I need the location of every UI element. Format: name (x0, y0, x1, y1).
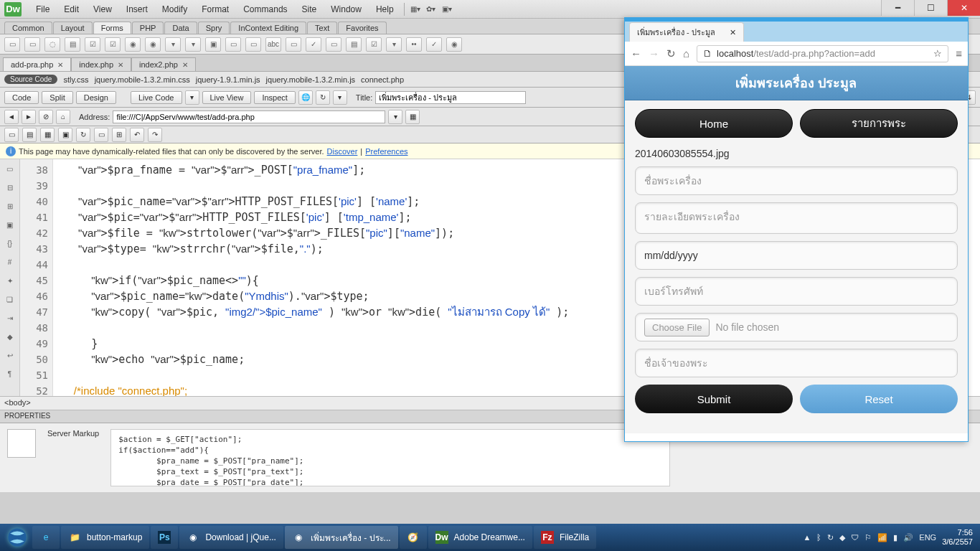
nvidia-icon[interactable]: ◆ (839, 533, 845, 542)
choose-file-button[interactable]: Choose File (644, 319, 710, 336)
hidden-chars-icon[interactable]: ¶ (4, 367, 17, 380)
checkboxgroup-icon[interactable]: ☑ (105, 37, 121, 52)
refresh-icon[interactable]: ↻ (76, 128, 90, 142)
open-docs-icon[interactable]: ▭ (4, 162, 17, 175)
settings-dropdown-icon[interactable]: ✿▾ (425, 3, 438, 16)
options-icon[interactable]: ▾ (333, 90, 347, 105)
menu-view[interactable]: View (86, 4, 119, 14)
title-input[interactable] (375, 91, 526, 104)
button-icon[interactable]: ▭ (245, 37, 261, 52)
related-file[interactable]: stly.css (63, 75, 88, 84)
hidden-icon[interactable]: ◌ (44, 37, 60, 52)
spry-select-icon[interactable]: ▾ (386, 37, 402, 52)
spry-checkbox-icon[interactable]: ☑ (366, 37, 382, 52)
server-markup-code[interactable]: $action = $_GET["action"]; if($action=="… (110, 429, 670, 486)
menu-edit[interactable]: Edit (57, 4, 86, 14)
tab-spry[interactable]: Spry (198, 22, 230, 34)
start-button[interactable] (3, 526, 32, 549)
tab-forms[interactable]: Forms (93, 22, 131, 34)
tab-text[interactable]: Text (307, 22, 337, 34)
close-tab-icon[interactable]: ✕ (118, 61, 123, 69)
select-icon[interactable]: ▾ (165, 37, 181, 52)
pra-detail-textarea[interactable]: รายละเอียดพระเครื่อง (635, 202, 958, 234)
shield-icon[interactable]: 🛡 (851, 533, 859, 542)
tab-data[interactable]: Data (164, 22, 197, 34)
refresh-icon[interactable]: ↻ (316, 90, 330, 105)
menu-file[interactable]: File (29, 4, 57, 14)
battery-icon[interactable]: ▮ (893, 533, 897, 542)
line-numbers-icon[interactable]: # (4, 255, 17, 268)
auto-indent-icon[interactable]: ⇥ (4, 311, 17, 324)
close-tab-icon[interactable]: ✕ (57, 61, 63, 69)
fieldset-icon[interactable]: ▭ (286, 37, 301, 52)
textfield-icon[interactable]: ▭ (24, 37, 40, 52)
menu-insert[interactable]: Insert (119, 4, 155, 14)
task-dreamweaver[interactable]: DwAdobe Dreamwe... (428, 526, 532, 549)
menu-site[interactable]: Site (295, 4, 324, 14)
live-data-icon[interactable]: ▦ (40, 128, 55, 142)
close-tab-icon[interactable]: ✕ (182, 61, 188, 69)
tab-common[interactable]: Common (4, 22, 52, 34)
form-icon[interactable]: ▭ (4, 37, 20, 52)
stop-icon[interactable]: ⊘ (39, 110, 53, 124)
task-photoshop[interactable]: Ps (151, 526, 178, 549)
extensions-dropdown-icon[interactable]: ▣▾ (440, 3, 453, 16)
code-view-button[interactable]: Code (4, 91, 39, 104)
sync-icon[interactable]: ↻ (827, 533, 834, 542)
task-chrome-active[interactable]: ◉เพิ่มพระเครื่อง - ประ... (285, 526, 398, 549)
tab-incontext[interactable]: InContext Editing (230, 22, 306, 34)
menu-window[interactable]: Window (324, 4, 369, 14)
list-button[interactable]: รายการพระ (800, 109, 958, 138)
highlight-icon[interactable]: ✦ (4, 274, 17, 287)
network-icon[interactable]: 📶 (877, 533, 887, 542)
discover-link[interactable]: Discover (327, 147, 358, 156)
livecode-options-icon[interactable]: ▾ (185, 90, 199, 105)
spry-password-icon[interactable]: •• (406, 37, 422, 52)
reset-button[interactable]: Reset (800, 385, 958, 413)
redo-icon[interactable]: ↷ (148, 128, 162, 142)
close-button[interactable]: ✕ (947, 0, 980, 16)
phone-input[interactable]: เบอร์โทรศัพท์ (635, 277, 958, 306)
syntax-color-icon[interactable]: ❏ (4, 293, 17, 306)
preferences-link[interactable]: Preferences (365, 147, 407, 156)
related-file[interactable]: jquery.mobile-1.3.2.min.css (95, 75, 190, 84)
code-navigator-icon[interactable]: ⊞ (112, 128, 126, 142)
task-ie[interactable]: e (32, 526, 60, 549)
address-dropdown-icon[interactable]: ▾ (388, 110, 402, 124)
show-code-icon[interactable]: ▤ (22, 128, 37, 142)
layout-dropdown-icon[interactable]: ▦▾ (409, 3, 422, 16)
forward-icon[interactable]: ► (22, 110, 36, 124)
menu-modify[interactable]: Modify (155, 4, 194, 14)
related-file[interactable]: jquery-1.9.1.min.js (196, 75, 260, 84)
lang-indicator[interactable]: ENG (919, 533, 936, 542)
spry-confirm-icon[interactable]: ✓ (426, 37, 442, 52)
spry-radio-icon[interactable]: ◉ (446, 37, 462, 52)
back-icon[interactable]: ◄ (4, 110, 19, 124)
checkbox-icon[interactable]: ☑ (85, 37, 100, 52)
design-view-button[interactable]: Design (76, 91, 116, 104)
server-debug-icon[interactable]: ▣ (58, 128, 72, 142)
related-file[interactable]: jquery.mobile-1.3.2.min.js (266, 75, 356, 84)
pra-date-input[interactable]: mm/dd/yyyy (635, 241, 958, 270)
spry-text-icon[interactable]: ▭ (326, 37, 341, 52)
address-input[interactable] (113, 110, 385, 123)
menu-format[interactable]: Format (194, 4, 236, 14)
tab-favorites[interactable]: Favorites (338, 22, 386, 34)
submit-button[interactable]: Submit (635, 385, 793, 413)
back-icon[interactable]: ← (631, 47, 641, 60)
task-explorer[interactable]: 📁button-markup (61, 526, 149, 549)
filefield-icon[interactable]: ▭ (225, 37, 241, 52)
label-icon[interactable]: abc (265, 37, 281, 52)
related-file[interactable]: connect.php (361, 75, 404, 84)
source-code-badge[interactable]: Source Code (4, 75, 57, 84)
home-icon[interactable]: ⌂ (683, 47, 689, 60)
task-filezilla[interactable]: FzFileZilla (534, 526, 596, 549)
menu-icon[interactable]: ≡ (956, 47, 962, 60)
reference-icon[interactable]: ▭ (94, 128, 108, 142)
imagefield-icon[interactable]: ▣ (205, 37, 221, 52)
balance-braces-icon[interactable]: {} (4, 237, 17, 250)
bluetooth-icon[interactable]: ᛒ (816, 533, 821, 542)
close-tab-icon[interactable]: ✕ (730, 28, 736, 37)
spry-validate-icon[interactable]: ✓ (306, 37, 321, 52)
url-bar[interactable]: 🗋 localhost/test/add-pra.php?action=add … (697, 45, 948, 62)
